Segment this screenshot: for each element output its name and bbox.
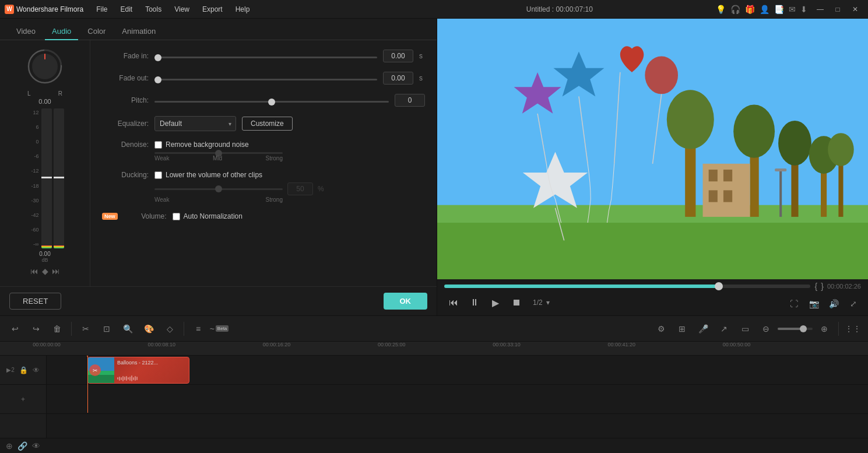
next-frame-icon[interactable]: ⏭ bbox=[52, 266, 60, 276]
ok-button[interactable]: OK bbox=[384, 293, 428, 310]
menu-edit[interactable]: Edit bbox=[115, 3, 139, 16]
progress-track[interactable] bbox=[444, 285, 810, 288]
equalizer-select-wrapper: Default Pop Rock Jazz bbox=[154, 116, 236, 131]
settings-button[interactable]: ⚙ bbox=[652, 319, 670, 338]
mail-icon[interactable]: ✉ bbox=[789, 5, 796, 14]
play-button[interactable]: ▶ bbox=[486, 294, 505, 311]
page-indicator: 1/2 bbox=[533, 299, 543, 307]
track-1-icon[interactable]: ▶2 bbox=[6, 367, 15, 373]
svg-rect-6 bbox=[437, 205, 868, 223]
menu-help[interactable]: Help bbox=[230, 3, 256, 16]
maximize-button[interactable]: □ bbox=[830, 3, 846, 15]
out-point-button[interactable]: } bbox=[821, 282, 824, 291]
balloon-scene bbox=[437, 19, 868, 279]
denoise-checkbox-label[interactable]: Remove background noise bbox=[154, 141, 249, 149]
lightbulb-icon[interactable]: 💡 bbox=[716, 5, 726, 14]
user-icon[interactable]: 👤 bbox=[760, 5, 769, 14]
tab-animation[interactable]: Animation bbox=[115, 23, 163, 40]
gift-icon[interactable]: 🎁 bbox=[745, 5, 755, 14]
svg-rect-20 bbox=[709, 190, 718, 202]
add-track-icon[interactable]: ⊕ bbox=[6, 441, 13, 451]
ruler-mark-5: 00:00:41:20 bbox=[608, 342, 636, 347]
tab-video[interactable]: Video bbox=[9, 23, 43, 40]
fade-in-slider[interactable] bbox=[154, 57, 377, 58]
delete-button[interactable]: 🗑 bbox=[48, 319, 66, 338]
volume-button[interactable]: 🔊 bbox=[826, 296, 841, 311]
menu-view[interactable]: View bbox=[168, 3, 195, 16]
time-markers: { } 00:00:02:26 bbox=[815, 282, 862, 291]
audio-track bbox=[47, 385, 868, 414]
download-icon[interactable]: ⬇ bbox=[800, 5, 807, 14]
screen-size-button[interactable]: ⛶ bbox=[786, 296, 802, 311]
export-tool-button[interactable]: ↗ bbox=[715, 319, 733, 338]
pitch-value[interactable]: 0 bbox=[395, 94, 425, 107]
customize-button[interactable]: Customize bbox=[242, 117, 293, 131]
crop-button[interactable]: ⊡ bbox=[97, 319, 116, 338]
toolbar: ↩ ↪ 🗑 ✂ ⊡ 🔍 🎨 ◇ ≡ ~Beta ⚙ ⊞ 🎤 ↗ ▭ ⊖ ⊕ ⋮⋮ bbox=[0, 316, 868, 342]
scissors-icon: ✂ bbox=[89, 364, 101, 376]
video-clip[interactable]: ✂ Balloons - 2122... bbox=[87, 357, 189, 384]
zoom-out-button[interactable]: ⊖ bbox=[757, 319, 775, 338]
panel-toggle-button[interactable]: ⋮⋮ bbox=[844, 319, 862, 338]
stop-button[interactable]: ⏹ bbox=[507, 294, 526, 311]
redo-button[interactable]: ↪ bbox=[27, 319, 45, 338]
reset-button[interactable]: RESET bbox=[9, 293, 61, 310]
fullscreen-button[interactable]: ⤢ bbox=[846, 296, 861, 311]
zoom-button[interactable]: 🔍 bbox=[118, 319, 137, 338]
bookmark-icon[interactable]: 📑 bbox=[774, 5, 784, 14]
equalizer-select[interactable]: Default Pop Rock Jazz bbox=[154, 116, 236, 131]
stabilize-button[interactable]: ◇ bbox=[160, 319, 179, 338]
tab-bar: Video Audio Color Animation bbox=[0, 19, 437, 40]
window-controls: — □ ✕ bbox=[812, 3, 863, 15]
audio-eq-button[interactable]: ≡ bbox=[189, 319, 208, 338]
track-button[interactable]: ▭ bbox=[736, 319, 754, 338]
visibility-icon[interactable]: 👁 bbox=[32, 441, 40, 451]
fit-button[interactable]: ⊞ bbox=[673, 319, 691, 338]
pan-knob[interactable] bbox=[24, 46, 65, 87]
menu-export[interactable]: Export bbox=[196, 3, 229, 16]
fade-in-value[interactable]: 0.00 bbox=[383, 50, 413, 62]
snapshot-button[interactable]: 📷 bbox=[806, 296, 821, 311]
step-back-button[interactable]: ⏮ bbox=[444, 294, 463, 311]
meter-bottom: 0.00 dB bbox=[39, 251, 50, 263]
auto-norm-checkbox[interactable] bbox=[173, 213, 180, 220]
tab-audio[interactable]: Audio bbox=[45, 23, 78, 40]
play-pause-button[interactable]: ⏸ bbox=[465, 294, 484, 311]
tab-color[interactable]: Color bbox=[80, 23, 113, 40]
auto-norm-label[interactable]: Auto Normalization bbox=[173, 212, 243, 220]
denoise-checkbox-text: Remove background noise bbox=[166, 141, 249, 149]
timeline-tracks: ▶2 🔒 👁 + ✂ bbox=[0, 356, 868, 438]
track-add-icon[interactable]: + bbox=[21, 395, 25, 403]
track-eye-icon[interactable]: 👁 bbox=[33, 366, 40, 374]
color-button[interactable]: 🎨 bbox=[139, 319, 158, 338]
mic-button[interactable]: 🎤 bbox=[694, 319, 712, 338]
fade-out-value[interactable]: 0.00 bbox=[383, 72, 413, 85]
headphones-icon[interactable]: 🎧 bbox=[730, 5, 740, 14]
reset-meter-icon[interactable]: ◆ bbox=[42, 266, 48, 276]
audio-panel: L R 0.00 12 6 0 -6 -12 -18 -30 bbox=[0, 40, 437, 286]
page-down-arrow[interactable]: ▾ bbox=[546, 299, 550, 307]
waveform-button[interactable]: ~Beta bbox=[210, 319, 229, 338]
denoise-checkbox[interactable] bbox=[154, 141, 162, 149]
equalizer-label: Equalizer: bbox=[102, 120, 149, 128]
knob-lr-labels: L R bbox=[27, 90, 62, 97]
ducking-checkbox-label[interactable]: Lower the volume of other clips bbox=[154, 171, 262, 179]
zoom-slider[interactable] bbox=[778, 328, 813, 330]
zoom-in-button[interactable]: ⊕ bbox=[815, 319, 834, 338]
track-lock-icon[interactable]: 🔒 bbox=[19, 366, 28, 374]
track-content[interactable]: ✂ Balloons - 2122... bbox=[47, 356, 868, 438]
menu-tools[interactable]: Tools bbox=[139, 3, 167, 16]
fade-out-slider[interactable] bbox=[154, 79, 377, 80]
cut-button[interactable]: ✂ bbox=[76, 319, 95, 338]
minimize-button[interactable]: — bbox=[812, 3, 828, 15]
menu-file[interactable]: File bbox=[90, 3, 113, 16]
svg-rect-23 bbox=[775, 168, 786, 171]
close-button[interactable]: ✕ bbox=[847, 3, 863, 15]
link-icon[interactable]: 🔗 bbox=[17, 441, 27, 451]
progress-thumb[interactable] bbox=[715, 282, 723, 290]
pitch-slider[interactable] bbox=[154, 101, 389, 103]
prev-frame-icon[interactable]: ⏮ bbox=[30, 266, 38, 276]
ducking-checkbox[interactable] bbox=[154, 171, 162, 179]
undo-button[interactable]: ↩ bbox=[6, 319, 24, 338]
in-point-button[interactable]: { bbox=[815, 282, 818, 291]
